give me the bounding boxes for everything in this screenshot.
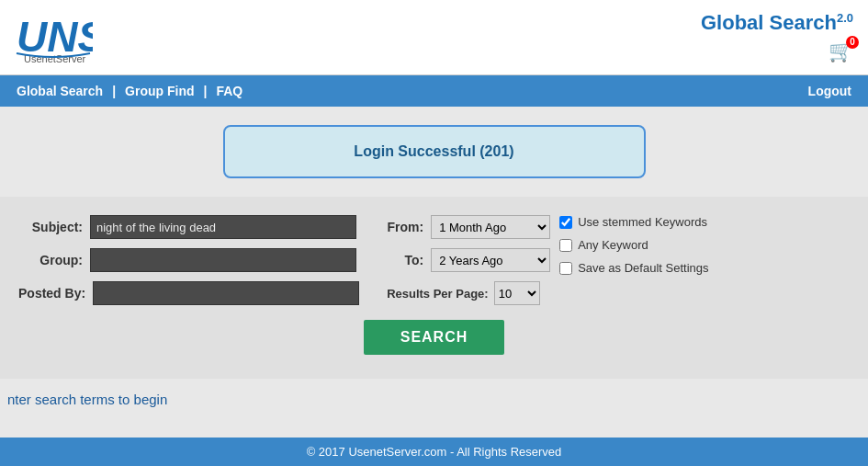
hint-area: nter search terms to begin [0, 379, 868, 420]
any-keyword-row: Any Keyword [559, 238, 708, 252]
group-input[interactable] [90, 248, 356, 272]
to-label: To: [387, 253, 423, 267]
subject-label: Subject: [18, 220, 83, 234]
from-select[interactable]: 1 Month Ago 3 Months Ago 6 Months Ago 1 … [431, 215, 550, 239]
options-col: Use stemmed Keywords Any Keyword Save as… [559, 215, 708, 275]
results-label: Results Per Page: [387, 287, 489, 301]
save-default-label: Save as Default Settings [578, 261, 708, 275]
cart-badge: 0 [846, 36, 859, 49]
from-row: From: 1 Month Ago 3 Months Ago 6 Months … [387, 215, 550, 239]
stemmed-checkbox[interactable] [559, 216, 572, 229]
save-default-checkbox[interactable] [559, 262, 572, 275]
left-fields: Subject: Group: Posted By: [18, 215, 359, 305]
any-keyword-checkbox[interactable] [559, 239, 572, 252]
cart-area[interactable]: 🛒 0 [829, 40, 853, 63]
posted-by-label: Posted By: [18, 286, 85, 301]
subject-input[interactable] [90, 215, 356, 239]
from-label: From: [387, 220, 423, 234]
search-grid: Subject: Group: Posted By: From: 1 Month… [18, 215, 850, 305]
header: UNS UsenetServer Global Search2.0 🛒 0 [0, 0, 868, 75]
login-banner: Login Successful (201) [223, 125, 646, 178]
app-title-text: Global Search [701, 12, 837, 35]
login-banner-text: Login Successful (201) [354, 143, 513, 159]
group-label: Group: [18, 253, 83, 267]
nav-global-search[interactable]: Global Search [7, 84, 112, 98]
stemmed-label: Use stemmed Keywords [578, 215, 707, 229]
right-mid: From: 1 Month Ago 3 Months Ago 6 Months … [387, 215, 708, 305]
posted-by-input[interactable] [93, 281, 359, 305]
group-row: Group: [18, 248, 359, 272]
app-title: Global Search2.0 [701, 11, 853, 35]
results-select[interactable]: 10 25 50 100 [494, 281, 540, 305]
search-button[interactable]: SEARCH [364, 320, 505, 355]
date-results-col: From: 1 Month Ago 3 Months Ago 6 Months … [387, 215, 550, 305]
app-title-version: 2.0 [837, 11, 853, 25]
to-select[interactable]: 1 Month Ago 3 Months Ago 6 Months Ago 1 … [431, 248, 550, 272]
search-button-wrap: SEARCH [18, 305, 850, 360]
posted-by-row: Posted By: [18, 281, 359, 305]
search-section: Subject: Group: Posted By: From: 1 Month… [0, 197, 868, 379]
login-banner-wrap: Login Successful (201) [0, 107, 868, 188]
logo-area: UNS UsenetServer [15, 7, 93, 67]
hint-text: nter search terms to begin [7, 392, 167, 407]
subject-row: Subject: [18, 215, 359, 239]
any-keyword-label: Any Keyword [578, 238, 648, 252]
nav-faq[interactable]: FAQ [207, 84, 252, 98]
stemmed-row: Use stemmed Keywords [559, 215, 708, 229]
results-per-page-row: Results Per Page: 10 25 50 100 [387, 281, 550, 305]
nav-logout[interactable]: Logout [799, 84, 861, 98]
nav-bar: Global Search | Group Find | FAQ Logout [0, 75, 868, 107]
nav-group-find[interactable]: Group Find [116, 84, 203, 98]
logo: UNS UsenetServer [15, 7, 93, 67]
save-default-row: Save as Default Settings [559, 261, 708, 275]
to-row: To: 1 Month Ago 3 Months Ago 6 Months Ag… [387, 248, 550, 272]
header-right: Global Search2.0 🛒 0 [701, 11, 853, 63]
